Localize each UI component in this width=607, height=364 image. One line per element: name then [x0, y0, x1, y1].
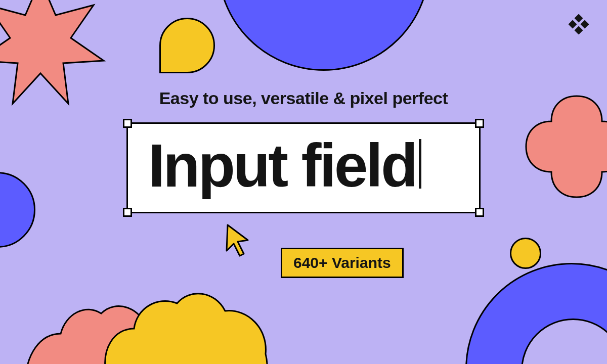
decorative-blue-ring — [465, 263, 607, 364]
input-field-frame: Input field — [126, 122, 481, 213]
decorative-blue-circle-left — [0, 172, 35, 248]
svg-rect-3 — [575, 26, 583, 34]
variants-badge: 640+ Variants — [281, 248, 404, 278]
svg-rect-0 — [575, 14, 583, 22]
decorative-yellow-teardrop — [159, 18, 215, 73]
selection-handle-top-left — [123, 119, 132, 128]
selection-handle-bottom-left — [123, 208, 132, 217]
selection-handle-bottom-right — [475, 208, 484, 217]
cursor-arrow-icon — [223, 222, 253, 258]
diamond-logo-icon — [569, 14, 589, 34]
svg-rect-1 — [569, 20, 577, 29]
text-cursor-icon — [419, 139, 421, 189]
svg-rect-2 — [581, 20, 589, 29]
decorative-yellow-blob — [91, 273, 273, 364]
decorative-pink-flower — [516, 81, 607, 202]
tagline-text: Easy to use, versatile & pixel perfect — [114, 88, 493, 108]
selection-handle-top-right — [475, 119, 484, 128]
decorative-yellow-circle — [510, 238, 541, 269]
decorative-blue-circle-top — [218, 0, 430, 71]
main-content: Easy to use, versatile & pixel perfect I… — [114, 88, 493, 213]
decorative-pink-starburst — [0, 0, 116, 121]
title-text: Input field — [148, 135, 459, 196]
